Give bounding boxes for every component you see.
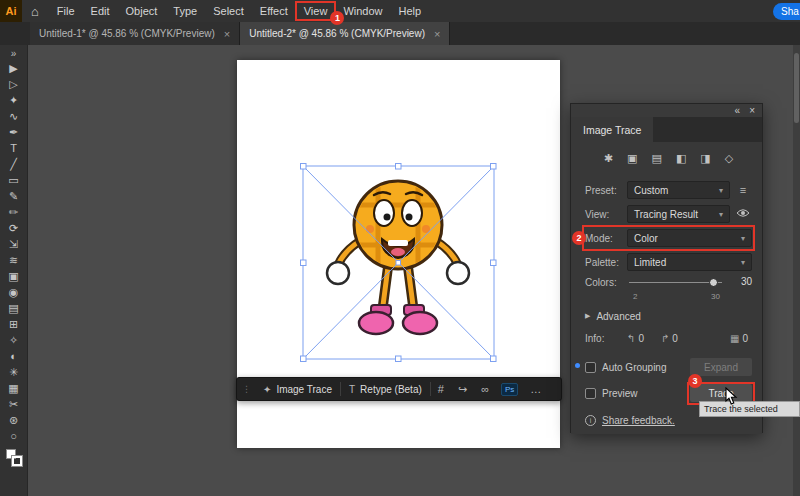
pencil-tool[interactable]: ✏ xyxy=(0,204,27,220)
tab-untitled-2[interactable]: Untitled-2* @ 45.86 % (CMYK/Preview) × xyxy=(240,22,450,45)
crop-icon[interactable]: # xyxy=(431,383,451,395)
menu-bar: Ai ⌂ File Edit Object Type Select Effect… xyxy=(0,0,800,22)
illustrator-logo[interactable]: Ai xyxy=(0,0,22,22)
rotate-tool[interactable]: ⟳ xyxy=(0,220,27,236)
trace-button[interactable]: Trace 3 xyxy=(690,384,752,402)
preset-dropdown[interactable]: Custom ▾ xyxy=(627,181,730,199)
export-icon[interactable]: ↪ xyxy=(451,383,474,396)
colors-range-labels: 2 30 xyxy=(585,292,752,301)
tab-untitled-1[interactable]: Untitled-1* @ 45.86 % (CMYK/Preview) × xyxy=(30,22,240,45)
column-graph-tool[interactable]: ▦ xyxy=(0,380,27,396)
photoshop-badge-icon[interactable]: Ps xyxy=(501,383,518,396)
mode-label: Mode: xyxy=(585,233,627,244)
menu-file[interactable]: File xyxy=(49,0,83,22)
menu-select[interactable]: Select xyxy=(205,0,252,22)
preset-menu-icon[interactable]: ≡ xyxy=(734,184,752,196)
close-panel-icon[interactable]: × xyxy=(749,104,755,117)
trace-preset-icon-row: ✱ ▣ ▤ ◧ ◨ ◇ xyxy=(585,148,752,168)
close-icon[interactable]: × xyxy=(224,28,230,40)
direct-selection-tool[interactable]: ▷ xyxy=(0,76,27,92)
info-row: Info: ↰ 0 ↱ 0 ▦ 0 xyxy=(585,328,752,348)
preset-black-white-icon[interactable]: ◨ xyxy=(700,152,710,165)
retype-button[interactable]: T Retype (Beta) xyxy=(341,378,430,400)
image-trace-button[interactable]: ✦ Image Trace xyxy=(255,378,340,400)
menu-object[interactable]: Object xyxy=(118,0,166,22)
pen-tool[interactable]: ✒ xyxy=(0,124,27,140)
preset-auto-color-icon[interactable]: ✱ xyxy=(604,152,613,165)
shape-builder-tool[interactable]: ◉ xyxy=(0,284,27,300)
selected-traced-image[interactable] xyxy=(300,163,497,362)
eye-icon[interactable] xyxy=(734,208,752,220)
symbol-sprayer-tool[interactable]: ✳ xyxy=(0,364,27,380)
link-icon[interactable]: ∞ xyxy=(474,383,496,395)
chevron-down-icon: ▾ xyxy=(719,210,723,219)
selection-tool[interactable]: ▶ xyxy=(0,60,27,76)
eyedropper-tool[interactable]: ✧ xyxy=(0,332,27,348)
scale-tool[interactable]: ⇲ xyxy=(0,236,27,252)
home-icon[interactable]: ⌂ xyxy=(31,4,39,19)
preset-outline-icon[interactable]: ◇ xyxy=(725,152,733,165)
retype-label: Retype (Beta) xyxy=(360,384,422,395)
view-row: View: Tracing Result ▾ xyxy=(585,204,752,224)
share-feedback-link[interactable]: Share feedback. xyxy=(602,415,675,426)
colors-grid-icon: ▦ xyxy=(730,333,739,344)
slice-tool[interactable]: ✂ xyxy=(0,396,27,412)
magic-wand-tool[interactable]: ✦ xyxy=(0,92,27,108)
tab-label: Untitled-1* @ 45.86 % (CMYK/Preview) xyxy=(39,28,215,39)
lasso-tool[interactable]: ∿ xyxy=(0,108,27,124)
image-trace-icon: ✦ xyxy=(263,384,271,395)
blend-tool[interactable]: ◐ xyxy=(0,348,27,364)
type-tool[interactable]: T xyxy=(0,140,27,156)
preview-checkbox[interactable] xyxy=(585,388,596,399)
paths-value: 0 xyxy=(638,333,644,344)
gradient-tool[interactable]: ▤ xyxy=(0,300,27,316)
scrollbar-thumb[interactable] xyxy=(794,53,799,123)
fill-stroke-swatches[interactable] xyxy=(6,449,22,466)
mode-value: Color xyxy=(634,233,658,244)
preset-grayscale-icon[interactable]: ◧ xyxy=(676,152,686,165)
menu-view-label: View xyxy=(304,5,328,17)
drag-grip-icon[interactable]: ⋮ xyxy=(237,384,255,394)
menu-type[interactable]: Type xyxy=(165,0,205,22)
view-dropdown[interactable]: Tracing Result ▾ xyxy=(627,205,730,223)
auto-grouping-label: Auto Grouping xyxy=(602,362,667,373)
colors-slider[interactable]: 30 xyxy=(627,273,752,291)
hand-tool[interactable]: ⊛ xyxy=(0,412,27,428)
info-label: Info: xyxy=(585,333,627,344)
more-options-icon[interactable]: … xyxy=(523,383,548,395)
width-tool[interactable]: ≋ xyxy=(0,252,27,268)
mode-dropdown[interactable]: Color ▾ xyxy=(627,229,752,247)
vertical-scrollbar[interactable] xyxy=(793,45,800,496)
preview-label: Preview xyxy=(602,388,638,399)
slider-knob[interactable] xyxy=(709,278,718,287)
advanced-row[interactable]: ▶ Advanced xyxy=(585,306,752,326)
menu-effect[interactable]: Effect xyxy=(252,0,296,22)
mesh-tool[interactable]: ⊞ xyxy=(0,316,27,332)
rectangle-tool[interactable]: ▭ xyxy=(0,172,27,188)
auto-grouping-checkbox[interactable] xyxy=(585,362,596,373)
menu-help[interactable]: Help xyxy=(391,0,430,22)
menu-edit[interactable]: Edit xyxy=(83,0,118,22)
toolbar-expand-icon[interactable]: » xyxy=(11,47,17,60)
palette-dropdown[interactable]: Limited ▾ xyxy=(627,253,752,271)
preset-high-color-icon[interactable]: ▣ xyxy=(627,152,637,165)
stroke-swatch[interactable] xyxy=(12,456,22,466)
colors-label: Colors: xyxy=(585,277,627,288)
paths-count: ↰ 0 xyxy=(627,333,644,344)
free-transform-tool[interactable]: ▣ xyxy=(0,268,27,284)
colors-row: Colors: 30 xyxy=(585,272,752,292)
palette-label: Palette: xyxy=(585,257,627,268)
preset-low-color-icon[interactable]: ▤ xyxy=(651,152,661,165)
menu-view[interactable]: View 1 xyxy=(296,0,336,22)
preset-row: Preset: Custom ▾ ≡ xyxy=(585,180,752,200)
expand-arrow-icon[interactable]: ▶ xyxy=(585,312,590,320)
trace-tooltip: Trace the selected xyxy=(699,401,800,417)
zoom-tool[interactable]: ○ xyxy=(0,428,27,444)
close-icon[interactable]: × xyxy=(434,28,440,40)
collapse-panel-icon[interactable]: « xyxy=(735,104,741,117)
line-segment-tool[interactable]: ╱ xyxy=(0,156,27,172)
share-button[interactable]: Sha xyxy=(773,3,800,20)
colors-count: ▦ 0 xyxy=(730,333,748,344)
paintbrush-tool[interactable]: ✎ xyxy=(0,188,27,204)
panel-tab-image-trace[interactable]: Image Trace xyxy=(571,117,653,142)
